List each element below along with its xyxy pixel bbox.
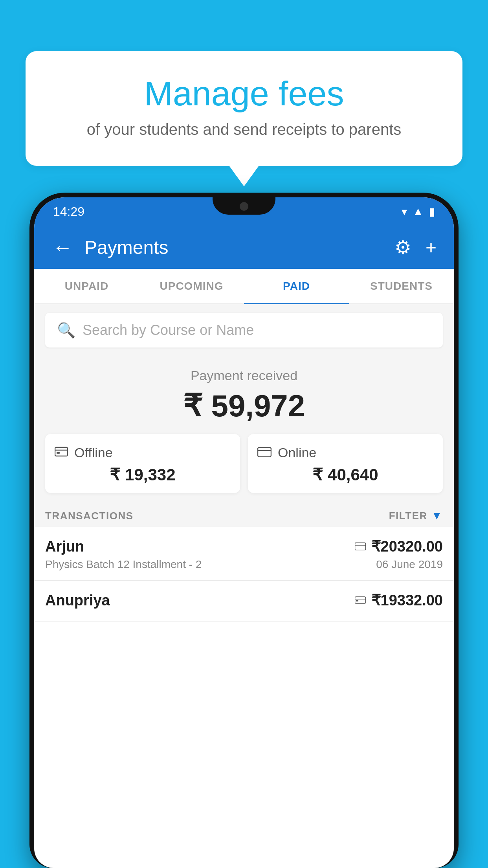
online-payment-card: Online ₹ 40,640 — [248, 434, 443, 493]
tab-upcoming[interactable]: UPCOMING — [139, 269, 244, 303]
app-bar-actions: ⚙ + — [391, 233, 440, 261]
signal-icon: ▲ — [413, 205, 424, 218]
online-card-header: Online — [257, 445, 433, 460]
transaction-amount: ₹20320.00 — [371, 538, 443, 555]
settings-icon[interactable]: ⚙ — [391, 233, 415, 261]
speech-bubble-wrapper: Manage fees of your students and send re… — [26, 51, 462, 166]
app-bar: ← Payments ⚙ + — [34, 226, 454, 269]
tab-paid[interactable]: PAID — [244, 269, 349, 303]
svg-rect-2 — [57, 452, 60, 454]
offline-label: Offline — [74, 445, 113, 460]
offline-card-header: Offline — [55, 445, 231, 460]
search-bar[interactable]: 🔍 Search by Course or Name — [45, 313, 443, 348]
online-mode-icon — [355, 540, 366, 553]
phone-screen: 14:29 ▾ ▲ ▮ ← Payments ⚙ + UNPAID UPCOMI… — [34, 197, 454, 868]
filter-icon: ▼ — [431, 509, 443, 522]
wifi-icon: ▾ — [402, 205, 407, 218]
table-row[interactable]: Anupriya ₹19332.00 — [34, 581, 454, 622]
online-amount: ₹ 40,640 — [257, 465, 433, 484]
svg-rect-0 — [55, 447, 68, 456]
transactions-header: TRANSACTIONS FILTER ▼ — [34, 501, 454, 527]
payment-amount: ₹ 59,972 — [45, 388, 443, 424]
transactions-label: TRANSACTIONS — [45, 510, 134, 522]
bubble-title: Manage fees — [53, 75, 435, 113]
tab-students[interactable]: STUDENTS — [349, 269, 454, 303]
tab-unpaid[interactable]: UNPAID — [34, 269, 139, 303]
svg-rect-5 — [355, 543, 365, 550]
transaction-amount-wrap: ₹19332.00 — [355, 592, 443, 609]
transaction-top-arjun: Arjun ₹20320.00 — [45, 538, 443, 555]
transaction-top-anupriya: Anupriya ₹19332.00 — [45, 592, 443, 609]
filter-label: FILTER — [389, 510, 427, 522]
online-icon — [257, 445, 272, 460]
svg-rect-7 — [355, 597, 365, 603]
content-area: 🔍 Search by Course or Name Payment recei… — [34, 304, 454, 622]
offline-payment-card: Offline ₹ 19,332 — [45, 434, 240, 493]
transaction-amount: ₹19332.00 — [371, 592, 443, 609]
transaction-description: Physics Batch 12 Installment - 2 — [45, 558, 202, 571]
table-row[interactable]: Arjun ₹20320.00 Physics Batch 12 Install… — [34, 527, 454, 581]
transaction-date: 06 June 2019 — [376, 558, 443, 571]
status-icons: ▾ ▲ ▮ — [402, 205, 435, 218]
payment-cards: Offline ₹ 19,332 Online — [45, 434, 443, 493]
filter-button[interactable]: FILTER ▼ — [389, 509, 443, 522]
payment-received-label: Payment received — [45, 368, 443, 383]
transaction-name: Arjun — [45, 538, 84, 555]
offline-mode-icon — [355, 594, 366, 607]
svg-rect-9 — [356, 600, 358, 601]
status-time: 14:29 — [53, 204, 84, 219]
front-camera — [240, 202, 248, 211]
transaction-name: Anupriya — [45, 592, 110, 609]
add-icon[interactable]: + — [422, 234, 440, 261]
tabs-bar: UNPAID UPCOMING PAID STUDENTS — [34, 269, 454, 304]
back-button[interactable]: ← — [48, 233, 77, 261]
svg-rect-3 — [258, 447, 271, 457]
search-container: 🔍 Search by Course or Name — [34, 304, 454, 356]
offline-amount: ₹ 19,332 — [55, 465, 231, 484]
phone-notch — [213, 197, 275, 215]
transaction-bottom-arjun: Physics Batch 12 Installment - 2 06 June… — [45, 558, 443, 571]
bubble-subtitle: of your students and send receipts to pa… — [53, 121, 435, 138]
transaction-amount-wrap: ₹20320.00 — [355, 538, 443, 555]
phone-frame: 14:29 ▾ ▲ ▮ ← Payments ⚙ + UNPAID UPCOMI… — [29, 193, 459, 868]
speech-bubble: Manage fees of your students and send re… — [26, 51, 462, 166]
search-placeholder: Search by Course or Name — [83, 322, 254, 338]
search-icon: 🔍 — [57, 322, 75, 339]
online-label: Online — [278, 445, 316, 460]
payment-summary: Payment received ₹ 59,972 — [34, 356, 454, 501]
offline-icon — [55, 445, 68, 460]
app-title: Payments — [84, 237, 383, 258]
battery-icon: ▮ — [429, 205, 435, 218]
